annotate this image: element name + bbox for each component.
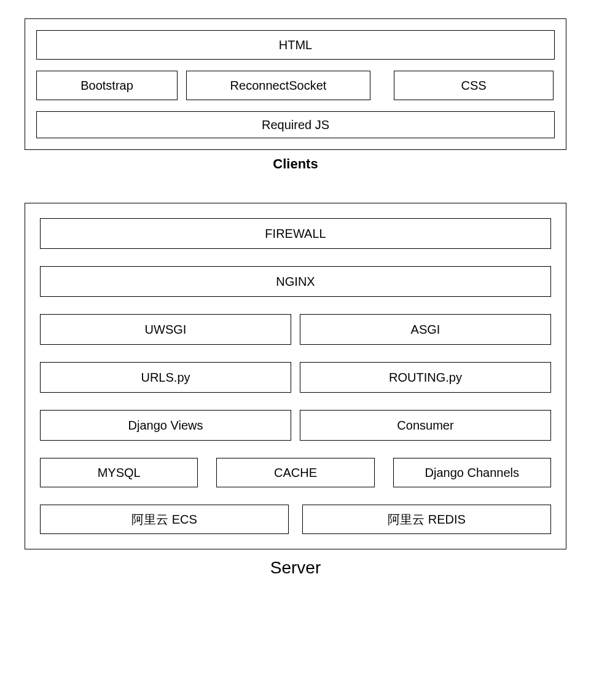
clients-container: HTML Bootstrap ReconnectSocket CSS Requi…: [25, 18, 566, 150]
box-firewall: FIREWALL: [40, 218, 551, 249]
spacer: [379, 71, 385, 100]
server-label: Server: [25, 558, 566, 578]
box-django-channels: Django Channels: [393, 458, 551, 487]
box-aliyun-redis: 阿里云 REDIS: [302, 505, 551, 534]
clients-section: HTML Bootstrap ReconnectSocket CSS Requi…: [25, 18, 566, 172]
box-django-views: Django Views: [40, 410, 291, 441]
server-row-storage: MYSQL CACHE Django Channels: [40, 458, 551, 487]
box-asgi: ASGI: [300, 314, 551, 345]
clients-row-3: Required JS: [36, 111, 555, 138]
box-routing: ROUTING.py: [300, 362, 551, 393]
box-consumer: Consumer: [300, 410, 551, 441]
box-uwsgi: UWSGI: [40, 314, 291, 345]
box-cache: CACHE: [216, 458, 374, 487]
box-html: HTML: [36, 30, 555, 60]
server-row-views: Django Views Consumer: [40, 410, 551, 441]
server-row-cloud: 阿里云 ECS 阿里云 REDIS: [40, 505, 551, 534]
clients-label: Clients: [25, 156, 566, 172]
clients-row-2: Bootstrap ReconnectSocket CSS: [36, 71, 555, 100]
box-reconnect-socket: ReconnectSocket: [186, 71, 370, 100]
server-row-wsgi: UWSGI ASGI: [40, 314, 551, 345]
box-urls: URLS.py: [40, 362, 291, 393]
server-container: FIREWALL NGINX UWSGI ASGI URLS.py ROUTIN…: [25, 203, 566, 549]
box-mysql: MYSQL: [40, 458, 198, 487]
server-row-nginx: NGINX: [40, 266, 551, 297]
clients-row-1: HTML: [36, 30, 555, 60]
server-row-routing: URLS.py ROUTING.py: [40, 362, 551, 393]
box-css: CSS: [394, 71, 554, 100]
box-nginx: NGINX: [40, 266, 551, 297]
server-row-firewall: FIREWALL: [40, 218, 551, 249]
box-required-js: Required JS: [36, 111, 555, 138]
server-section: FIREWALL NGINX UWSGI ASGI URLS.py ROUTIN…: [25, 203, 566, 578]
box-aliyun-ecs: 阿里云 ECS: [40, 505, 289, 534]
box-bootstrap: Bootstrap: [36, 71, 178, 100]
